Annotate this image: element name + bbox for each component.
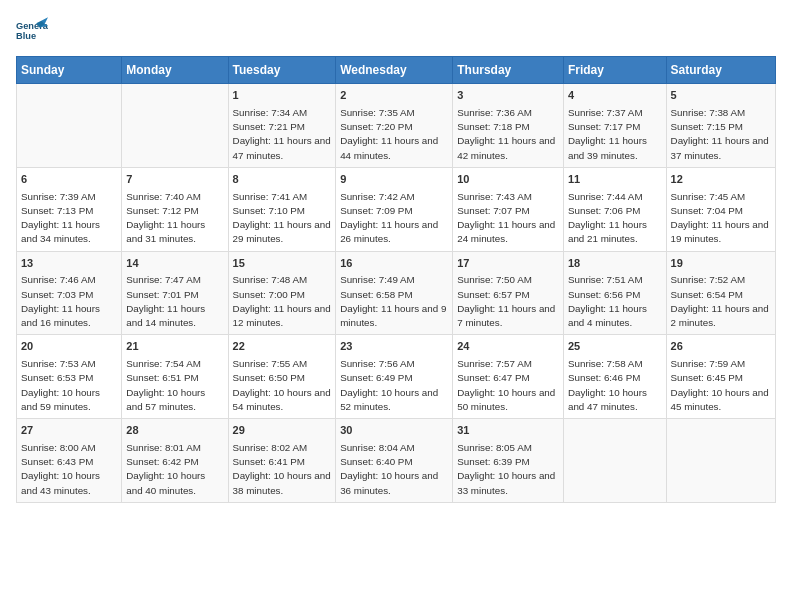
day-number: 2 (340, 88, 448, 104)
calendar-cell: 14Sunrise: 7:47 AMSunset: 7:01 PMDayligh… (122, 251, 228, 335)
calendar-cell: 30Sunrise: 8:04 AMSunset: 6:40 PMDayligh… (336, 419, 453, 503)
day-info: Sunrise: 7:49 AMSunset: 6:58 PMDaylight:… (340, 273, 448, 330)
day-number: 6 (21, 172, 117, 188)
day-number: 8 (233, 172, 332, 188)
col-header-wednesday: Wednesday (336, 57, 453, 84)
day-info: Sunrise: 7:43 AMSunset: 7:07 PMDaylight:… (457, 190, 559, 247)
calendar-cell (17, 84, 122, 168)
calendar-cell (122, 84, 228, 168)
day-number: 1 (233, 88, 332, 104)
calendar-week-row: 13Sunrise: 7:46 AMSunset: 7:03 PMDayligh… (17, 251, 776, 335)
col-header-sunday: Sunday (17, 57, 122, 84)
logo: General Blue (16, 16, 48, 44)
calendar-table: SundayMondayTuesdayWednesdayThursdayFrid… (16, 56, 776, 503)
calendar-week-row: 27Sunrise: 8:00 AMSunset: 6:43 PMDayligh… (17, 419, 776, 503)
day-info: Sunrise: 7:59 AMSunset: 6:45 PMDaylight:… (671, 357, 771, 414)
calendar-cell: 31Sunrise: 8:05 AMSunset: 6:39 PMDayligh… (453, 419, 564, 503)
day-info: Sunrise: 8:02 AMSunset: 6:41 PMDaylight:… (233, 441, 332, 498)
day-number: 11 (568, 172, 662, 188)
col-header-friday: Friday (563, 57, 666, 84)
day-number: 3 (457, 88, 559, 104)
calendar-cell: 29Sunrise: 8:02 AMSunset: 6:41 PMDayligh… (228, 419, 336, 503)
day-info: Sunrise: 7:45 AMSunset: 7:04 PMDaylight:… (671, 190, 771, 247)
day-info: Sunrise: 7:34 AMSunset: 7:21 PMDaylight:… (233, 106, 332, 163)
day-info: Sunrise: 7:54 AMSunset: 6:51 PMDaylight:… (126, 357, 223, 414)
calendar-cell: 4Sunrise: 7:37 AMSunset: 7:17 PMDaylight… (563, 84, 666, 168)
day-info: Sunrise: 7:36 AMSunset: 7:18 PMDaylight:… (457, 106, 559, 163)
svg-text:Blue: Blue (16, 31, 36, 41)
day-info: Sunrise: 7:46 AMSunset: 7:03 PMDaylight:… (21, 273, 117, 330)
calendar-cell: 15Sunrise: 7:48 AMSunset: 7:00 PMDayligh… (228, 251, 336, 335)
day-info: Sunrise: 7:47 AMSunset: 7:01 PMDaylight:… (126, 273, 223, 330)
calendar-cell: 24Sunrise: 7:57 AMSunset: 6:47 PMDayligh… (453, 335, 564, 419)
calendar-week-row: 6Sunrise: 7:39 AMSunset: 7:13 PMDaylight… (17, 167, 776, 251)
calendar-cell: 1Sunrise: 7:34 AMSunset: 7:21 PMDaylight… (228, 84, 336, 168)
day-number: 25 (568, 339, 662, 355)
day-number: 15 (233, 256, 332, 272)
day-info: Sunrise: 7:52 AMSunset: 6:54 PMDaylight:… (671, 273, 771, 330)
day-info: Sunrise: 7:50 AMSunset: 6:57 PMDaylight:… (457, 273, 559, 330)
day-number: 10 (457, 172, 559, 188)
col-header-thursday: Thursday (453, 57, 564, 84)
calendar-cell: 3Sunrise: 7:36 AMSunset: 7:18 PMDaylight… (453, 84, 564, 168)
day-info: Sunrise: 7:55 AMSunset: 6:50 PMDaylight:… (233, 357, 332, 414)
day-info: Sunrise: 8:01 AMSunset: 6:42 PMDaylight:… (126, 441, 223, 498)
day-info: Sunrise: 7:41 AMSunset: 7:10 PMDaylight:… (233, 190, 332, 247)
calendar-week-row: 20Sunrise: 7:53 AMSunset: 6:53 PMDayligh… (17, 335, 776, 419)
day-info: Sunrise: 7:56 AMSunset: 6:49 PMDaylight:… (340, 357, 448, 414)
day-info: Sunrise: 7:44 AMSunset: 7:06 PMDaylight:… (568, 190, 662, 247)
day-info: Sunrise: 7:57 AMSunset: 6:47 PMDaylight:… (457, 357, 559, 414)
page-header: General Blue (16, 16, 776, 44)
day-info: Sunrise: 7:42 AMSunset: 7:09 PMDaylight:… (340, 190, 448, 247)
day-number: 17 (457, 256, 559, 272)
day-number: 27 (21, 423, 117, 439)
calendar-cell: 25Sunrise: 7:58 AMSunset: 6:46 PMDayligh… (563, 335, 666, 419)
calendar-cell (563, 419, 666, 503)
calendar-cell: 21Sunrise: 7:54 AMSunset: 6:51 PMDayligh… (122, 335, 228, 419)
day-info: Sunrise: 7:37 AMSunset: 7:17 PMDaylight:… (568, 106, 662, 163)
calendar-cell: 19Sunrise: 7:52 AMSunset: 6:54 PMDayligh… (666, 251, 775, 335)
calendar-cell: 11Sunrise: 7:44 AMSunset: 7:06 PMDayligh… (563, 167, 666, 251)
day-info: Sunrise: 7:40 AMSunset: 7:12 PMDaylight:… (126, 190, 223, 247)
col-header-saturday: Saturday (666, 57, 775, 84)
day-number: 23 (340, 339, 448, 355)
day-number: 28 (126, 423, 223, 439)
day-number: 19 (671, 256, 771, 272)
calendar-cell: 10Sunrise: 7:43 AMSunset: 7:07 PMDayligh… (453, 167, 564, 251)
col-header-tuesday: Tuesday (228, 57, 336, 84)
day-number: 24 (457, 339, 559, 355)
day-number: 22 (233, 339, 332, 355)
day-info: Sunrise: 7:53 AMSunset: 6:53 PMDaylight:… (21, 357, 117, 414)
day-info: Sunrise: 7:51 AMSunset: 6:56 PMDaylight:… (568, 273, 662, 330)
day-number: 16 (340, 256, 448, 272)
calendar-header-row: SundayMondayTuesdayWednesdayThursdayFrid… (17, 57, 776, 84)
calendar-cell: 17Sunrise: 7:50 AMSunset: 6:57 PMDayligh… (453, 251, 564, 335)
day-number: 9 (340, 172, 448, 188)
calendar-cell: 20Sunrise: 7:53 AMSunset: 6:53 PMDayligh… (17, 335, 122, 419)
calendar-cell: 5Sunrise: 7:38 AMSunset: 7:15 PMDaylight… (666, 84, 775, 168)
calendar-cell: 16Sunrise: 7:49 AMSunset: 6:58 PMDayligh… (336, 251, 453, 335)
day-info: Sunrise: 8:00 AMSunset: 6:43 PMDaylight:… (21, 441, 117, 498)
day-number: 4 (568, 88, 662, 104)
calendar-cell (666, 419, 775, 503)
calendar-cell: 22Sunrise: 7:55 AMSunset: 6:50 PMDayligh… (228, 335, 336, 419)
calendar-cell: 18Sunrise: 7:51 AMSunset: 6:56 PMDayligh… (563, 251, 666, 335)
calendar-cell: 7Sunrise: 7:40 AMSunset: 7:12 PMDaylight… (122, 167, 228, 251)
day-number: 21 (126, 339, 223, 355)
day-number: 14 (126, 256, 223, 272)
calendar-cell: 26Sunrise: 7:59 AMSunset: 6:45 PMDayligh… (666, 335, 775, 419)
day-number: 18 (568, 256, 662, 272)
day-info: Sunrise: 7:35 AMSunset: 7:20 PMDaylight:… (340, 106, 448, 163)
day-info: Sunrise: 8:05 AMSunset: 6:39 PMDaylight:… (457, 441, 559, 498)
calendar-cell: 6Sunrise: 7:39 AMSunset: 7:13 PMDaylight… (17, 167, 122, 251)
logo-icon: General Blue (16, 16, 48, 44)
day-number: 31 (457, 423, 559, 439)
day-number: 26 (671, 339, 771, 355)
day-info: Sunrise: 7:48 AMSunset: 7:00 PMDaylight:… (233, 273, 332, 330)
day-info: Sunrise: 7:39 AMSunset: 7:13 PMDaylight:… (21, 190, 117, 247)
calendar-week-row: 1Sunrise: 7:34 AMSunset: 7:21 PMDaylight… (17, 84, 776, 168)
calendar-cell: 9Sunrise: 7:42 AMSunset: 7:09 PMDaylight… (336, 167, 453, 251)
col-header-monday: Monday (122, 57, 228, 84)
day-number: 30 (340, 423, 448, 439)
calendar-cell: 2Sunrise: 7:35 AMSunset: 7:20 PMDaylight… (336, 84, 453, 168)
